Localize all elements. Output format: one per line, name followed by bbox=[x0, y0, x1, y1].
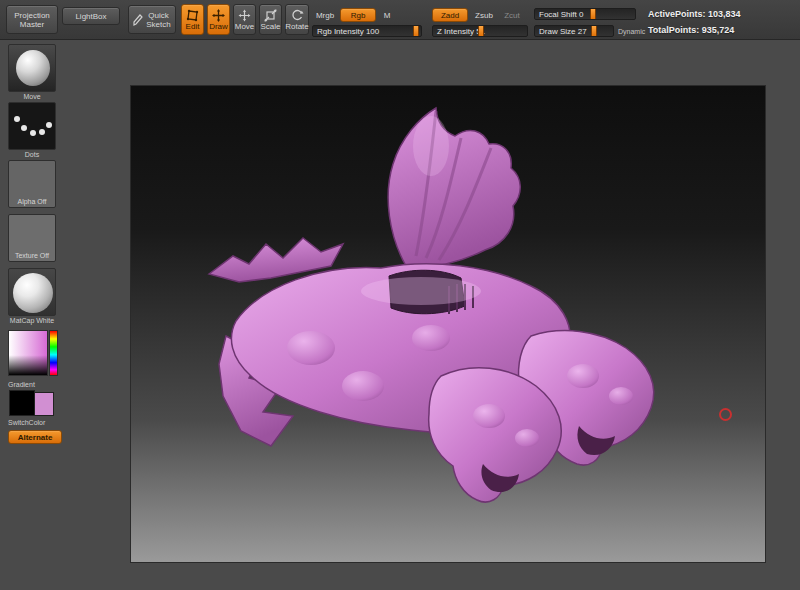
zcut-label: Zcut bbox=[504, 11, 520, 20]
edit-button[interactable]: Edit bbox=[181, 4, 204, 35]
main-color-swatch[interactable] bbox=[9, 390, 35, 416]
alternate-label: Alternate bbox=[18, 433, 53, 442]
zsub-label: Zsub bbox=[475, 11, 493, 20]
dots-stroke-icon bbox=[9, 103, 56, 150]
rgb-intensity-handle[interactable] bbox=[413, 26, 419, 36]
rgb-intensity-slider[interactable]: Rgb Intensity 100 bbox=[312, 25, 422, 37]
m-label: M bbox=[384, 11, 391, 20]
scale-label: Scale bbox=[260, 22, 280, 31]
texture-selector[interactable]: Texture Off bbox=[8, 214, 56, 262]
zsub-button[interactable]: Zsub bbox=[470, 8, 498, 22]
active-points-readout: ActivePoints: 103,834 bbox=[648, 9, 741, 19]
draw-size-slider[interactable]: Draw Size 27 bbox=[534, 25, 614, 37]
draw-label: Draw bbox=[209, 22, 228, 31]
rgb-button[interactable]: Rgb bbox=[340, 8, 376, 22]
brush-name: Move bbox=[8, 93, 56, 100]
zcut-button[interactable]: Zcut bbox=[498, 8, 526, 22]
top-toolbar: Projection Master LightBox Quick Sketch … bbox=[0, 0, 800, 40]
lightbox-label: LightBox bbox=[75, 12, 106, 21]
draw-size-label: Draw Size 27 bbox=[539, 27, 587, 36]
scale-button[interactable]: Scale bbox=[259, 4, 282, 35]
scale-arrows-icon bbox=[264, 9, 277, 22]
crosshair-arrows-icon bbox=[212, 9, 225, 22]
draw-size-handle[interactable] bbox=[591, 26, 597, 36]
mrgb-button[interactable]: Mrgb bbox=[312, 8, 338, 22]
total-points-readout: TotalPoints: 935,724 bbox=[648, 25, 734, 35]
rgb-intensity-label: Rgb Intensity 100 bbox=[317, 27, 379, 36]
color-picker-square[interactable] bbox=[8, 330, 48, 376]
sculpt-viewport[interactable] bbox=[130, 85, 766, 563]
alternate-button[interactable]: Alternate bbox=[8, 430, 62, 444]
quick-sketch-button[interactable]: Quick Sketch bbox=[128, 5, 176, 34]
switchcolor-label[interactable]: SwitchColor bbox=[8, 419, 56, 426]
sculpted-dragon-model bbox=[131, 86, 767, 564]
draw-button[interactable]: Draw bbox=[207, 4, 230, 35]
brush-selector[interactable] bbox=[8, 44, 56, 92]
hue-strip[interactable] bbox=[49, 330, 58, 376]
zadd-button[interactable]: Zadd bbox=[432, 8, 468, 22]
focal-shift-handle[interactable] bbox=[590, 9, 596, 19]
transform-frame-icon bbox=[186, 9, 199, 22]
rotate-label: Rotate bbox=[285, 22, 309, 31]
lightbox-button[interactable]: LightBox bbox=[62, 7, 120, 25]
four-way-arrows-icon bbox=[238, 9, 251, 22]
focal-shift-slider[interactable]: Focal Shift 0 bbox=[534, 8, 636, 20]
alpha-selector[interactable]: Alpha Off bbox=[8, 160, 56, 208]
brush-thumbnail-icon bbox=[16, 50, 50, 86]
z-intensity-slider[interactable]: Z Intensity 51 bbox=[432, 25, 528, 37]
projection-master-button[interactable]: Projection Master bbox=[6, 5, 58, 34]
projection-master-label-2: Master bbox=[20, 20, 44, 29]
stroke-name: Dots bbox=[8, 151, 56, 158]
texture-label: Texture Off bbox=[9, 252, 55, 259]
zadd-label: Zadd bbox=[441, 11, 459, 20]
rgb-label: Rgb bbox=[351, 11, 366, 20]
gradient-label[interactable]: Gradient bbox=[8, 381, 56, 388]
stroke-selector[interactable] bbox=[8, 102, 56, 150]
material-selector[interactable] bbox=[8, 268, 56, 316]
rotate-button[interactable]: Rotate bbox=[285, 4, 309, 35]
dynamic-label[interactable]: Dynamic bbox=[618, 28, 645, 35]
m-button[interactable]: M bbox=[380, 8, 394, 22]
alpha-label: Alpha Off bbox=[9, 198, 55, 205]
focal-shift-label: Focal Shift 0 bbox=[539, 10, 583, 19]
move-label: Move bbox=[235, 22, 255, 31]
mrgb-label: Mrgb bbox=[316, 11, 334, 20]
edit-label: Edit bbox=[186, 22, 200, 31]
move-button[interactable]: Move bbox=[233, 4, 256, 35]
projection-master-label-1: Projection bbox=[14, 11, 50, 20]
material-sphere-icon bbox=[13, 273, 53, 313]
model-right-wing bbox=[388, 108, 520, 267]
circular-arrow-icon bbox=[291, 9, 304, 22]
quick-sketch-label: Quick Sketch bbox=[146, 11, 170, 29]
z-intensity-handle[interactable] bbox=[478, 26, 484, 36]
pencil-icon bbox=[133, 14, 143, 26]
material-name: MatCap White bbox=[8, 317, 56, 324]
